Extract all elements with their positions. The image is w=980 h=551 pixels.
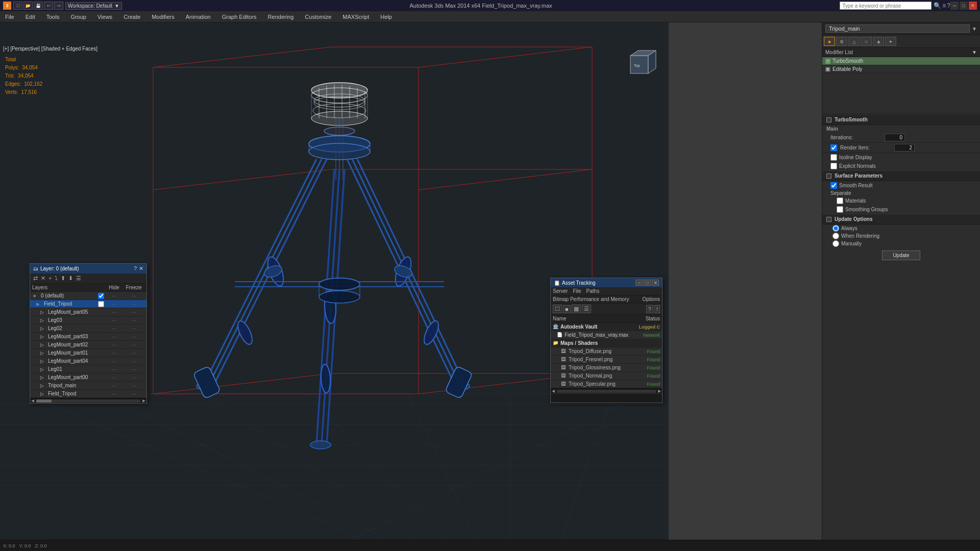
layer-item-field-tripod[interactable]: ▶ Field_Tripod — — bbox=[30, 300, 146, 308]
layer-item-legmount3[interactable]: ▷ LegMount_part03 — — bbox=[30, 333, 146, 341]
layers-tool-3[interactable]: + bbox=[47, 274, 53, 282]
modifier-turbosm[interactable]: ✓ TurboSmooth bbox=[822, 57, 980, 65]
asset-close[interactable]: ✕ bbox=[652, 280, 659, 286]
object-name-input[interactable] bbox=[825, 24, 970, 33]
materials-checkbox[interactable] bbox=[837, 197, 843, 204]
menu-tools[interactable]: Tools bbox=[44, 13, 62, 21]
asset-scroll-left[interactable]: ◀ bbox=[551, 389, 556, 393]
menu-customize[interactable]: Customize bbox=[303, 13, 333, 21]
update-options-header[interactable]: Update Options bbox=[822, 214, 980, 224]
menu-animation[interactable]: Animation bbox=[184, 13, 213, 21]
asset-item-vault[interactable]: 🏦 Autodesk Vault Logged C bbox=[551, 323, 662, 331]
turbosm-section-header[interactable]: TurboSmooth bbox=[822, 114, 980, 125]
open-button[interactable]: 📂 bbox=[23, 2, 33, 10]
panel-tab-4[interactable]: ☆ bbox=[861, 37, 872, 46]
manually-radio[interactable] bbox=[832, 240, 839, 247]
layers-scroll-left[interactable]: ◀ bbox=[30, 398, 35, 403]
when-rendering-radio[interactable] bbox=[832, 233, 839, 239]
menu-maxscript[interactable]: MAXScript bbox=[340, 13, 371, 21]
layers-tool-2[interactable]: ✕ bbox=[40, 274, 46, 282]
render-iters-input[interactable] bbox=[894, 144, 915, 152]
new-button[interactable]: ☐ bbox=[13, 2, 22, 10]
menu-help[interactable]: Help bbox=[378, 13, 394, 21]
surface-params-header[interactable]: Surface Parameters bbox=[822, 170, 980, 181]
asset-menu-paths[interactable]: Paths bbox=[586, 288, 600, 294]
panel-tab-3[interactable]: △ bbox=[848, 37, 860, 46]
explicit-normals-checkbox[interactable] bbox=[830, 163, 837, 169]
layers-tool-6[interactable]: ⬇ bbox=[67, 274, 74, 282]
modifier-editpoly[interactable]: ▦ Editable Poly bbox=[822, 65, 980, 73]
save-button[interactable]: 💾 bbox=[34, 2, 43, 10]
layer-item-leg01[interactable]: ▷ Leg01 — — bbox=[30, 365, 146, 373]
asset-tool-3[interactable]: ▦ bbox=[572, 305, 581, 313]
asset-tool-4[interactable]: ☰ bbox=[582, 305, 591, 313]
menu-rendering[interactable]: Rendering bbox=[266, 13, 296, 21]
smooth-result-checkbox[interactable] bbox=[830, 182, 837, 189]
undo-button[interactable]: ↩ bbox=[44, 2, 53, 10]
menu-graph-editors[interactable]: Graph Editors bbox=[220, 13, 259, 21]
asset-help-1[interactable]: ? bbox=[646, 305, 653, 313]
minimize-button[interactable]: ─ bbox=[950, 2, 959, 10]
asset-minimize[interactable]: ─ bbox=[635, 280, 643, 286]
layers-scroll-right[interactable]: ▶ bbox=[141, 398, 146, 403]
isoline-checkbox[interactable] bbox=[830, 154, 837, 161]
asset-item-glossiness[interactable]: 🖼 Tripod_Glossiness.png Found bbox=[551, 364, 662, 372]
perspective-cube[interactable]: Top bbox=[628, 48, 658, 79]
menu-edit[interactable]: Edit bbox=[23, 13, 37, 21]
asset-scrollbar[interactable]: ◀ ▶ bbox=[551, 388, 662, 393]
panel-tab-2[interactable]: ⚙ bbox=[836, 37, 847, 46]
layer-item-field-tripod-sub[interactable]: ▷ Field_Tripod — — bbox=[30, 390, 146, 398]
asset-tool-1[interactable]: ☐ bbox=[553, 305, 562, 313]
render-iters-checkbox[interactable] bbox=[830, 144, 837, 151]
panel-tab-6[interactable]: ✦ bbox=[885, 37, 896, 46]
help-icon[interactable]: ? bbox=[947, 2, 950, 9]
layer-item-tripod-main[interactable]: ▷ Tripod_main — — bbox=[30, 382, 146, 390]
layer-item-leg03[interactable]: ▷ Leg03 — — bbox=[30, 316, 146, 324]
layer-tripod-check[interactable] bbox=[98, 301, 104, 307]
layer-item-legmount5[interactable]: ▷ LegMount_part05 — — bbox=[30, 308, 146, 316]
iterations-input[interactable] bbox=[885, 134, 905, 141]
layers-tool-4[interactable]: ⤵ bbox=[54, 274, 59, 282]
layer-item-legmount0[interactable]: ▷ LegMount_part00 — — bbox=[30, 373, 146, 382]
search-icon[interactable]: 🔍 bbox=[934, 2, 941, 9]
asset-maximize[interactable]: □ bbox=[644, 280, 651, 286]
layers-tool-5[interactable]: ⬆ bbox=[60, 274, 66, 282]
asset-item-fresnel[interactable]: 🖼 Tripod_Fresnel.png Found bbox=[551, 356, 662, 364]
always-radio[interactable] bbox=[832, 225, 839, 232]
modifier-list-dropdown[interactable]: ▼ bbox=[972, 49, 977, 55]
filter-icon[interactable]: ≡ bbox=[942, 2, 946, 9]
asset-item-specular[interactable]: 🖼 Tripod_Specular.png Found bbox=[551, 380, 662, 388]
layer-item-legmount2[interactable]: ▷ LegMount_part02 — — bbox=[30, 341, 146, 349]
layers-scroll-track[interactable] bbox=[36, 399, 140, 403]
panel-tab-1[interactable]: ■ bbox=[824, 37, 835, 46]
asset-options-text[interactable]: Options bbox=[643, 296, 660, 302]
layers-question[interactable]: ? bbox=[134, 265, 137, 272]
search-input[interactable] bbox=[840, 2, 932, 10]
modifier-dropdown-arrow[interactable]: ▼ bbox=[972, 26, 977, 32]
layers-close[interactable]: ✕ bbox=[139, 265, 143, 272]
menu-create[interactable]: Create bbox=[121, 13, 142, 21]
menu-file[interactable]: File bbox=[3, 13, 16, 21]
asset-scroll-track[interactable] bbox=[557, 390, 656, 393]
menu-modifiers[interactable]: Modifiers bbox=[150, 13, 177, 21]
asset-item-max-file[interactable]: 📄 Field_Tripod_max_vray.max Network bbox=[551, 331, 662, 339]
layer-item-legmount4[interactable]: ▷ LegMount_part04 — — bbox=[30, 357, 146, 365]
asset-menu-server[interactable]: Server bbox=[553, 288, 568, 294]
maximize-button[interactable]: □ bbox=[960, 2, 968, 10]
asset-menu-file[interactable]: File bbox=[573, 288, 581, 294]
close-button[interactable]: ✕ bbox=[969, 2, 977, 10]
layer-item-legmount1[interactable]: ▷ LegMount_part01 — — bbox=[30, 349, 146, 357]
asset-item-normal[interactable]: 🖼 Tripod_Normal.png Found bbox=[551, 372, 662, 380]
menu-group[interactable]: Group bbox=[68, 13, 88, 21]
layer-item-default[interactable]: ≡ 0 (default) — — bbox=[30, 292, 146, 300]
asset-scroll-right[interactable]: ▶ bbox=[657, 389, 662, 393]
update-button[interactable]: Update bbox=[882, 251, 920, 260]
layers-scrollbar[interactable]: ◀ ▶ bbox=[30, 398, 146, 403]
asset-help-2[interactable]: ! bbox=[654, 305, 660, 313]
layers-tool-7[interactable]: ☰ bbox=[75, 274, 82, 282]
layer-item-leg02[interactable]: ▷ Leg02 — — bbox=[30, 324, 146, 333]
layers-tool-1[interactable]: ⇄ bbox=[32, 274, 39, 282]
layers-scroll-thumb[interactable] bbox=[36, 399, 52, 403]
layer-default-check[interactable] bbox=[98, 293, 104, 299]
asset-item-maps[interactable]: 📁 Maps / Shaders bbox=[551, 339, 662, 347]
